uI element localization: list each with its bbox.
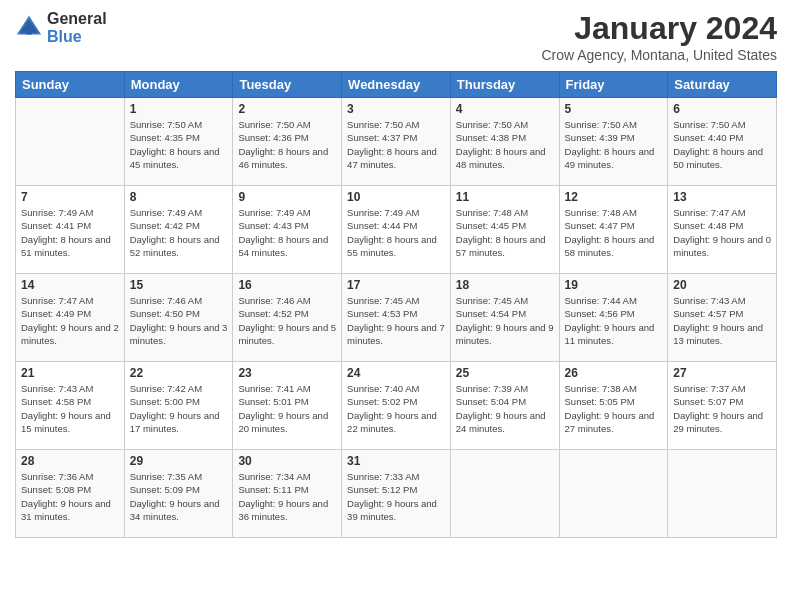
day-number: 17 — [347, 278, 445, 292]
sunset-text: Sunset: 4:38 PM — [456, 132, 526, 143]
logo-general-text: General — [47, 10, 107, 28]
sunrise-text: Sunrise: 7:36 AM — [21, 471, 93, 482]
sunset-text: Sunset: 4:45 PM — [456, 220, 526, 231]
calendar-cell-4-0: 28 Sunrise: 7:36 AM Sunset: 5:08 PM Dayl… — [16, 450, 125, 538]
sunrise-text: Sunrise: 7:50 AM — [565, 119, 637, 130]
calendar-cell-1-2: 9 Sunrise: 7:49 AM Sunset: 4:43 PM Dayli… — [233, 186, 342, 274]
header-wednesday: Wednesday — [342, 72, 451, 98]
week-row-0: 1 Sunrise: 7:50 AM Sunset: 4:35 PM Dayli… — [16, 98, 777, 186]
calendar-cell-0-0 — [16, 98, 125, 186]
header-tuesday: Tuesday — [233, 72, 342, 98]
calendar-cell-1-5: 12 Sunrise: 7:48 AM Sunset: 4:47 PM Dayl… — [559, 186, 668, 274]
sunset-text: Sunset: 4:42 PM — [130, 220, 200, 231]
day-number: 18 — [456, 278, 554, 292]
sunrise-text: Sunrise: 7:33 AM — [347, 471, 419, 482]
day-number: 15 — [130, 278, 228, 292]
day-number: 5 — [565, 102, 663, 116]
day-info: Sunrise: 7:50 AM Sunset: 4:40 PM Dayligh… — [673, 118, 771, 171]
daylight-text: Daylight: 8 hours and 58 minutes. — [565, 234, 655, 258]
calendar-cell-4-1: 29 Sunrise: 7:35 AM Sunset: 5:09 PM Dayl… — [124, 450, 233, 538]
day-number: 6 — [673, 102, 771, 116]
header-friday: Friday — [559, 72, 668, 98]
sunset-text: Sunset: 4:37 PM — [347, 132, 417, 143]
daylight-text: Daylight: 8 hours and 48 minutes. — [456, 146, 546, 170]
day-info: Sunrise: 7:36 AM Sunset: 5:08 PM Dayligh… — [21, 470, 119, 523]
day-number: 12 — [565, 190, 663, 204]
day-number: 31 — [347, 454, 445, 468]
day-info: Sunrise: 7:50 AM Sunset: 4:39 PM Dayligh… — [565, 118, 663, 171]
sunrise-text: Sunrise: 7:49 AM — [238, 207, 310, 218]
weekday-header-row: Sunday Monday Tuesday Wednesday Thursday… — [16, 72, 777, 98]
daylight-text: Daylight: 9 hours and 34 minutes. — [130, 498, 220, 522]
day-info: Sunrise: 7:45 AM Sunset: 4:54 PM Dayligh… — [456, 294, 554, 347]
sunrise-text: Sunrise: 7:48 AM — [456, 207, 528, 218]
sunset-text: Sunset: 5:05 PM — [565, 396, 635, 407]
day-info: Sunrise: 7:35 AM Sunset: 5:09 PM Dayligh… — [130, 470, 228, 523]
sunset-text: Sunset: 5:11 PM — [238, 484, 308, 495]
calendar-cell-0-4: 4 Sunrise: 7:50 AM Sunset: 4:38 PM Dayli… — [450, 98, 559, 186]
day-number: 10 — [347, 190, 445, 204]
day-number: 20 — [673, 278, 771, 292]
page: General Blue January 2024 Crow Agency, M… — [0, 0, 792, 612]
daylight-text: Daylight: 8 hours and 45 minutes. — [130, 146, 220, 170]
day-info: Sunrise: 7:50 AM Sunset: 4:38 PM Dayligh… — [456, 118, 554, 171]
calendar-cell-2-5: 19 Sunrise: 7:44 AM Sunset: 4:56 PM Dayl… — [559, 274, 668, 362]
sunset-text: Sunset: 5:09 PM — [130, 484, 200, 495]
sunset-text: Sunset: 4:43 PM — [238, 220, 308, 231]
sunrise-text: Sunrise: 7:50 AM — [456, 119, 528, 130]
daylight-text: Daylight: 8 hours and 46 minutes. — [238, 146, 328, 170]
sunset-text: Sunset: 4:50 PM — [130, 308, 200, 319]
calendar-cell-4-2: 30 Sunrise: 7:34 AM Sunset: 5:11 PM Dayl… — [233, 450, 342, 538]
calendar-cell-3-2: 23 Sunrise: 7:41 AM Sunset: 5:01 PM Dayl… — [233, 362, 342, 450]
daylight-text: Daylight: 9 hours and 22 minutes. — [347, 410, 437, 434]
daylight-text: Daylight: 9 hours and 9 minutes. — [456, 322, 554, 346]
calendar-cell-0-6: 6 Sunrise: 7:50 AM Sunset: 4:40 PM Dayli… — [668, 98, 777, 186]
day-info: Sunrise: 7:34 AM Sunset: 5:11 PM Dayligh… — [238, 470, 336, 523]
calendar-cell-4-5 — [559, 450, 668, 538]
calendar-cell-3-4: 25 Sunrise: 7:39 AM Sunset: 5:04 PM Dayl… — [450, 362, 559, 450]
daylight-text: Daylight: 9 hours and 5 minutes. — [238, 322, 336, 346]
sunset-text: Sunset: 4:44 PM — [347, 220, 417, 231]
day-number: 4 — [456, 102, 554, 116]
sunrise-text: Sunrise: 7:40 AM — [347, 383, 419, 394]
logo: General Blue — [15, 10, 107, 45]
day-number: 26 — [565, 366, 663, 380]
day-info: Sunrise: 7:49 AM Sunset: 4:43 PM Dayligh… — [238, 206, 336, 259]
sunset-text: Sunset: 5:02 PM — [347, 396, 417, 407]
sunrise-text: Sunrise: 7:49 AM — [130, 207, 202, 218]
sunset-text: Sunset: 4:48 PM — [673, 220, 743, 231]
day-number: 9 — [238, 190, 336, 204]
week-row-1: 7 Sunrise: 7:49 AM Sunset: 4:41 PM Dayli… — [16, 186, 777, 274]
calendar-cell-4-3: 31 Sunrise: 7:33 AM Sunset: 5:12 PM Dayl… — [342, 450, 451, 538]
calendar-cell-3-1: 22 Sunrise: 7:42 AM Sunset: 5:00 PM Dayl… — [124, 362, 233, 450]
calendar-cell-4-4 — [450, 450, 559, 538]
calendar-cell-2-0: 14 Sunrise: 7:47 AM Sunset: 4:49 PM Dayl… — [16, 274, 125, 362]
logo-text: General Blue — [47, 10, 107, 45]
daylight-text: Daylight: 9 hours and 29 minutes. — [673, 410, 763, 434]
header-sunday: Sunday — [16, 72, 125, 98]
daylight-text: Daylight: 9 hours and 2 minutes. — [21, 322, 119, 346]
sunrise-text: Sunrise: 7:35 AM — [130, 471, 202, 482]
day-number: 28 — [21, 454, 119, 468]
sunset-text: Sunset: 5:08 PM — [21, 484, 91, 495]
header-saturday: Saturday — [668, 72, 777, 98]
calendar-cell-0-2: 2 Sunrise: 7:50 AM Sunset: 4:36 PM Dayli… — [233, 98, 342, 186]
daylight-text: Daylight: 9 hours and 31 minutes. — [21, 498, 111, 522]
day-info: Sunrise: 7:47 AM Sunset: 4:48 PM Dayligh… — [673, 206, 771, 259]
calendar-cell-1-4: 11 Sunrise: 7:48 AM Sunset: 4:45 PM Dayl… — [450, 186, 559, 274]
day-info: Sunrise: 7:50 AM Sunset: 4:36 PM Dayligh… — [238, 118, 336, 171]
day-number: 1 — [130, 102, 228, 116]
daylight-text: Daylight: 8 hours and 54 minutes. — [238, 234, 328, 258]
day-number: 23 — [238, 366, 336, 380]
daylight-text: Daylight: 8 hours and 55 minutes. — [347, 234, 437, 258]
daylight-text: Daylight: 9 hours and 15 minutes. — [21, 410, 111, 434]
calendar-cell-3-3: 24 Sunrise: 7:40 AM Sunset: 5:02 PM Dayl… — [342, 362, 451, 450]
daylight-text: Daylight: 9 hours and 36 minutes. — [238, 498, 328, 522]
week-row-2: 14 Sunrise: 7:47 AM Sunset: 4:49 PM Dayl… — [16, 274, 777, 362]
calendar-cell-1-3: 10 Sunrise: 7:49 AM Sunset: 4:44 PM Dayl… — [342, 186, 451, 274]
sunset-text: Sunset: 4:58 PM — [21, 396, 91, 407]
day-number: 19 — [565, 278, 663, 292]
week-row-3: 21 Sunrise: 7:43 AM Sunset: 4:58 PM Dayl… — [16, 362, 777, 450]
day-info: Sunrise: 7:44 AM Sunset: 4:56 PM Dayligh… — [565, 294, 663, 347]
day-number: 13 — [673, 190, 771, 204]
